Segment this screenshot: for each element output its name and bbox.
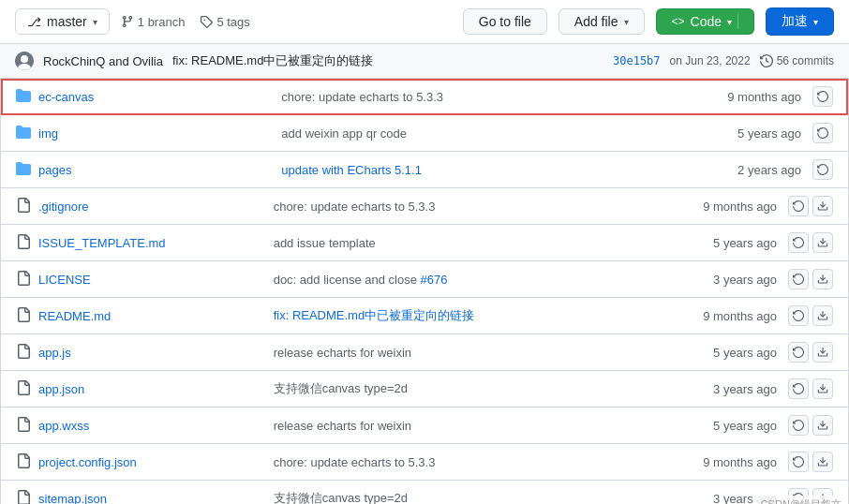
commit-msg-text: release echarts for weixin bbox=[274, 419, 643, 433]
commit-msg-link[interactable]: update with ECharts 5.1.1 bbox=[281, 163, 422, 177]
table-row: ec-canvaschore: update echarts to 5.3.39… bbox=[1, 79, 848, 115]
history-row-button[interactable] bbox=[788, 305, 809, 326]
add-file-button[interactable]: Add file ▾ bbox=[559, 8, 645, 35]
file-link[interactable]: README.md bbox=[16, 307, 262, 325]
folder-icon bbox=[16, 161, 31, 179]
time-ago-cell: 5 years ago bbox=[654, 346, 777, 360]
file-list: ec-canvaschore: update echarts to 5.3.39… bbox=[0, 79, 849, 504]
toolbar: ⎇ master ▾ 1 branch 5 tags Go to file Ad… bbox=[0, 0, 849, 44]
history-row-button[interactable] bbox=[788, 232, 809, 253]
file-icon bbox=[16, 453, 31, 471]
history-row-button[interactable] bbox=[788, 196, 809, 216]
file-name-text: sitemap.json bbox=[38, 492, 107, 505]
history-row-button[interactable] bbox=[812, 159, 833, 180]
table-row: LICENSEdoc: add license and close #6763 … bbox=[1, 261, 848, 298]
time-ago-cell: 9 months ago bbox=[654, 200, 777, 214]
history-row-button[interactable] bbox=[812, 123, 833, 143]
download-row-button[interactable] bbox=[812, 305, 833, 326]
file-name-cell: ISSUE_TEMPLATE.md bbox=[16, 234, 262, 252]
history-row-button[interactable] bbox=[788, 342, 809, 363]
row-actions-cell bbox=[788, 342, 833, 363]
row-actions-cell bbox=[788, 415, 833, 436]
download-row-button[interactable] bbox=[812, 415, 833, 436]
branch-selector[interactable]: ⎇ master ▾ bbox=[15, 8, 110, 35]
table-row: project.config.jsonchore: update echarts… bbox=[1, 444, 848, 481]
file-link[interactable]: app.wxss bbox=[16, 417, 262, 435]
file-name-cell: app.json bbox=[16, 380, 262, 398]
file-icon bbox=[16, 234, 31, 252]
commit-count: 56 commits bbox=[760, 54, 834, 67]
file-link[interactable]: sitemap.json bbox=[16, 490, 262, 505]
history-row-button[interactable] bbox=[788, 415, 809, 436]
file-name-text: app.js bbox=[38, 346, 71, 360]
file-name-cell: app.js bbox=[16, 344, 262, 362]
file-link[interactable]: LICENSE bbox=[16, 271, 262, 289]
history-row-button[interactable] bbox=[812, 86, 833, 107]
row-actions-cell bbox=[812, 159, 833, 180]
commit-authors: RockChinQ and Ovilia bbox=[43, 54, 163, 68]
download-row-button[interactable] bbox=[812, 342, 833, 363]
row-actions-cell bbox=[812, 123, 833, 143]
time-ago-cell: 3 years ago bbox=[654, 273, 777, 287]
commit-message: fix: README.md中已被重定向的链接 bbox=[172, 52, 374, 69]
file-link[interactable]: img bbox=[16, 125, 270, 142]
row-actions-cell bbox=[788, 452, 833, 472]
file-link[interactable]: app.json bbox=[16, 380, 262, 398]
commit-bar: RockChinQ and Ovilia fix: README.md中已被重定… bbox=[0, 44, 849, 79]
commit-msg-text: add issue template bbox=[274, 236, 643, 250]
history-row-button[interactable] bbox=[788, 269, 809, 289]
file-name-text: img bbox=[38, 126, 58, 141]
file-name-cell: img bbox=[16, 125, 270, 142]
download-row-button[interactable] bbox=[812, 196, 833, 216]
history-row-button[interactable] bbox=[788, 452, 809, 472]
commit-msg-link[interactable]: fix: README.md中已被重定向的链接 bbox=[274, 308, 475, 322]
add-file-chevron: ▾ bbox=[624, 17, 629, 27]
commit-hash[interactable]: 30e15b7 bbox=[613, 54, 661, 67]
code-chevron: ▾ bbox=[727, 17, 732, 27]
file-link[interactable]: ec-canvas bbox=[16, 88, 270, 106]
chevron-down-icon: ▾ bbox=[93, 17, 97, 27]
file-link[interactable]: app.js bbox=[16, 344, 262, 362]
commit-msg-text: chore: update echarts to 5.3.3 bbox=[281, 90, 663, 104]
table-row: app.wxssrelease echarts for weixin5 year… bbox=[1, 408, 848, 444]
history-icon bbox=[760, 54, 773, 67]
commit-msg-text: chore: update echarts to 5.3.3 bbox=[274, 455, 643, 469]
go-to-file-button[interactable]: Go to file bbox=[463, 8, 547, 35]
author-link[interactable]: RockChinQ and Ovilia bbox=[43, 54, 163, 68]
time-ago-cell: 2 years ago bbox=[674, 163, 801, 177]
time-ago-cell: 9 months ago bbox=[654, 455, 777, 469]
download-row-button[interactable] bbox=[812, 269, 833, 289]
download-row-button[interactable] bbox=[812, 452, 833, 472]
file-icon bbox=[16, 380, 31, 398]
file-link[interactable]: .gitignore bbox=[16, 198, 262, 215]
file-icon bbox=[16, 490, 31, 505]
time-ago-cell: 9 months ago bbox=[674, 90, 801, 104]
file-link[interactable]: pages bbox=[16, 161, 270, 179]
svg-point-1 bbox=[21, 55, 28, 63]
file-name-text: app.wxss bbox=[38, 419, 89, 433]
table-row: app.jsrelease echarts for weixin5 years … bbox=[1, 334, 848, 371]
file-name-text: app.json bbox=[38, 382, 84, 396]
jiasu-button[interactable]: 加速 ▾ bbox=[766, 7, 834, 36]
commit-msg-link[interactable]: #676 bbox=[420, 273, 447, 287]
branch-meta-icon bbox=[121, 15, 134, 28]
code-button[interactable]: <> Code ▾ bbox=[656, 8, 754, 35]
file-name-text: LICENSE bbox=[38, 273, 91, 287]
file-name-cell: app.wxss bbox=[16, 417, 262, 435]
file-link[interactable]: ISSUE_TEMPLATE.md bbox=[16, 234, 262, 252]
tag-count-item: 5 tags bbox=[200, 15, 249, 29]
file-link[interactable]: project.config.json bbox=[16, 453, 262, 471]
commit-date: on Jun 23, 2022 bbox=[670, 54, 751, 67]
file-name-cell: project.config.json bbox=[16, 453, 262, 471]
file-icon bbox=[16, 307, 31, 325]
download-row-button[interactable] bbox=[812, 232, 833, 253]
tag-meta-icon bbox=[200, 15, 213, 28]
row-actions-cell bbox=[788, 196, 833, 216]
commit-msg-cell: doc: add license and close #676 bbox=[274, 273, 643, 287]
file-name-text: ISSUE_TEMPLATE.md bbox=[38, 236, 166, 250]
row-actions-cell bbox=[788, 305, 833, 326]
time-ago-cell: 3 years ago bbox=[654, 382, 777, 396]
history-row-button[interactable] bbox=[788, 378, 809, 399]
commit-msg-text: chore: update echarts to 5.3.3 bbox=[274, 200, 643, 214]
download-row-button[interactable] bbox=[812, 378, 833, 399]
